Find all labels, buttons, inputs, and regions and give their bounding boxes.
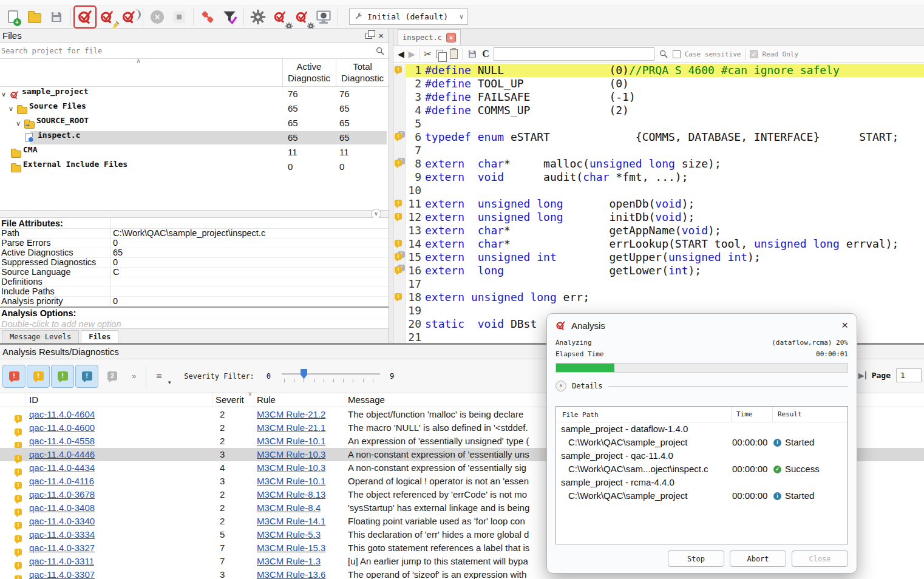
tree-item-source-files[interactable]: ∨Source Files6565 bbox=[0, 101, 389, 116]
save-all-button[interactable] bbox=[46, 7, 67, 27]
code-text: extern unsigned long openDb(void); bbox=[425, 197, 695, 211]
view-menu-icon[interactable]: ≡▼ bbox=[156, 371, 168, 382]
navigate-back-icon[interactable]: ◀ bbox=[398, 49, 404, 59]
new-file-button[interactable] bbox=[2, 7, 23, 27]
tree-item-external-include-files[interactable]: External Include Files00 bbox=[0, 160, 389, 174]
diagnostic-id-link[interactable]: qac-11.4.0-4604 bbox=[29, 408, 95, 421]
filter-level2-button[interactable]: 2 bbox=[107, 371, 117, 381]
search-icon[interactable] bbox=[659, 49, 668, 59]
filter-warning-button[interactable]: ! bbox=[27, 365, 50, 388]
filter-info-button[interactable]: ! bbox=[51, 365, 74, 388]
diagnostic-id-link[interactable]: qac-11.4.0-4116 bbox=[29, 475, 94, 488]
copy-icon[interactable] bbox=[436, 50, 443, 58]
rule-link[interactable]: M3CM Rule-10.1 bbox=[257, 435, 325, 448]
stop-button[interactable] bbox=[169, 7, 189, 27]
rule-link[interactable]: M3CM Rule-21.2 bbox=[257, 408, 325, 421]
slider-track bbox=[282, 373, 380, 375]
tree-item-source-root[interactable]: ∨→SOURCE_ROOT6565 bbox=[0, 116, 389, 130]
close-panel-icon[interactable]: × bbox=[378, 32, 384, 40]
resume-analyze-button[interactable] bbox=[118, 7, 139, 27]
collapse-details-icon[interactable]: ∧ bbox=[555, 381, 566, 391]
column-id[interactable]: ID bbox=[29, 394, 38, 405]
tree-item-sample-project[interactable]: ∨sample_project7676 bbox=[0, 87, 389, 101]
options-button[interactable] bbox=[248, 7, 268, 27]
analysis-settings-button[interactable] bbox=[270, 7, 290, 27]
code-line: !!15extern unsigned int getUpper(unsigne… bbox=[393, 251, 924, 264]
analysis-settings-alt-button[interactable] bbox=[291, 7, 312, 27]
diagnostic-id-link[interactable]: qac-11.4.0-4446 bbox=[29, 448, 95, 461]
code-area[interactable]: !1#define NULL (0)//PRQA S 4600 #can ign… bbox=[393, 64, 924, 343]
tree-item-inspect-c[interactable]: inspect.c6565 bbox=[0, 130, 389, 145]
severity-slider[interactable] bbox=[282, 368, 380, 384]
rule-link[interactable]: M3CM Rule-5.3 bbox=[257, 528, 321, 541]
filter-note-button[interactable]: ! bbox=[75, 365, 98, 388]
attribute-label: Source Language bbox=[0, 268, 110, 277]
diagnostic-id-link[interactable]: qac-11.4.0-3327 bbox=[29, 541, 95, 555]
diagnostic-id-link[interactable]: qac-11.4.0-4600 bbox=[29, 421, 95, 435]
diagnostic-id-link[interactable]: qac-11.4.0-3311 bbox=[29, 555, 94, 568]
tree-item-cma[interactable]: CMA1111 bbox=[0, 145, 389, 160]
analysis-options-hint[interactable]: Double-click to add new option bbox=[0, 319, 389, 329]
diagnostic-id-link[interactable]: qac-11.4.0-4434 bbox=[29, 461, 95, 475]
case-sensitive-checkbox[interactable] bbox=[673, 50, 681, 58]
reload-icon[interactable]: C bbox=[482, 49, 489, 59]
page-input[interactable] bbox=[896, 368, 922, 382]
files-search-input[interactable] bbox=[0, 43, 375, 58]
float-panel-icon[interactable] bbox=[365, 33, 372, 39]
cut-icon[interactable]: ✂ bbox=[424, 49, 432, 59]
column-message[interactable]: Message bbox=[348, 394, 385, 405]
rule-link[interactable]: M3CM Rule-8.4 bbox=[257, 501, 321, 515]
column-active-diagnostic[interactable]: Active Diagnostic bbox=[283, 61, 335, 84]
link-button[interactable] bbox=[197, 7, 218, 27]
horizontal-splitter[interactable]: ∨ bbox=[0, 211, 389, 218]
close-button[interactable]: Close bbox=[792, 550, 848, 567]
analyze-button[interactable] bbox=[75, 7, 95, 27]
code-line: 9extern void audit(char *fmt, ...); bbox=[393, 171, 924, 184]
diagnostic-id-link[interactable]: qac-11.4.0-3678 bbox=[29, 488, 95, 501]
rule-link[interactable]: M3CM Rule-21.1 bbox=[257, 421, 325, 435]
vertical-splitter[interactable] bbox=[389, 29, 393, 343]
attribute-value: 0 bbox=[110, 258, 118, 267]
navigate-forward-icon[interactable]: ▶ bbox=[409, 49, 415, 59]
rule-link[interactable]: M3CM Rule-13.6 bbox=[257, 568, 325, 579]
paste-icon[interactable] bbox=[450, 49, 458, 59]
filter-error-button[interactable]: ! bbox=[2, 365, 25, 388]
diagnostic-id-link[interactable]: qac-11.4.0-3408 bbox=[29, 501, 95, 515]
last-page-icon[interactable]: ▶ bbox=[858, 371, 866, 379]
rule-link[interactable]: M3CM Rule-10.3 bbox=[257, 448, 325, 461]
read-only-checkbox[interactable]: ✓ bbox=[750, 50, 758, 58]
editor-search-input[interactable] bbox=[494, 47, 654, 61]
diagnostic-id-link[interactable]: qac-11.4.0-3334 bbox=[29, 528, 95, 541]
expander-icon[interactable]: ∨ bbox=[8, 101, 13, 116]
toolbar-overflow-icon[interactable]: » bbox=[132, 371, 136, 381]
rule-link[interactable]: M3CM Rule-10.3 bbox=[257, 461, 325, 475]
filter-button[interactable] bbox=[219, 7, 240, 27]
clean-analyze-button[interactable] bbox=[97, 7, 117, 27]
rule-link[interactable]: M3CM Rule-8.13 bbox=[257, 488, 325, 501]
diagnostic-id-link[interactable]: qac-11.4.0-3340 bbox=[29, 515, 95, 528]
expander-icon[interactable]: ∨ bbox=[16, 116, 21, 130]
diagnostic-id-link[interactable]: qac-11.4.0-4558 bbox=[29, 435, 95, 448]
tab-files[interactable]: Files bbox=[81, 330, 118, 343]
rule-link[interactable]: M3CM Rule-10.1 bbox=[257, 475, 325, 488]
stop-button[interactable]: Stop bbox=[668, 550, 724, 567]
open-folder-button[interactable] bbox=[24, 7, 45, 27]
save-icon[interactable] bbox=[467, 49, 478, 59]
rule-link[interactable]: M3CM Rule-14.1 bbox=[257, 515, 325, 528]
abort-button[interactable]: Abort bbox=[730, 550, 786, 567]
column-total-diagnostic[interactable]: Total Diagnostic bbox=[336, 61, 389, 84]
dialog-close-icon[interactable]: × bbox=[841, 320, 848, 331]
rule-link[interactable]: M3CM Rule-1.3 bbox=[257, 555, 321, 568]
close-tab-icon[interactable]: × bbox=[446, 33, 456, 42]
slider-handle[interactable] bbox=[301, 369, 307, 379]
rule-link[interactable]: M3CM Rule-15.3 bbox=[257, 541, 325, 555]
expander-icon[interactable]: ∨ bbox=[1, 87, 6, 101]
tab-message-levels[interactable]: Message Levels bbox=[2, 330, 79, 343]
cancel-button[interactable]: × bbox=[147, 7, 168, 27]
column-severity[interactable]: Severit bbox=[216, 394, 244, 405]
editor-tab-inspect-c[interactable]: inspect.c × bbox=[398, 29, 461, 45]
diagnostic-id-link[interactable]: qac-11.4.0-3307 bbox=[29, 568, 95, 579]
configuration-dropdown[interactable]: Initial (default) ∨ bbox=[349, 8, 468, 25]
remote-config-button[interactable] bbox=[313, 7, 334, 27]
column-rule[interactable]: Rule bbox=[257, 394, 276, 405]
